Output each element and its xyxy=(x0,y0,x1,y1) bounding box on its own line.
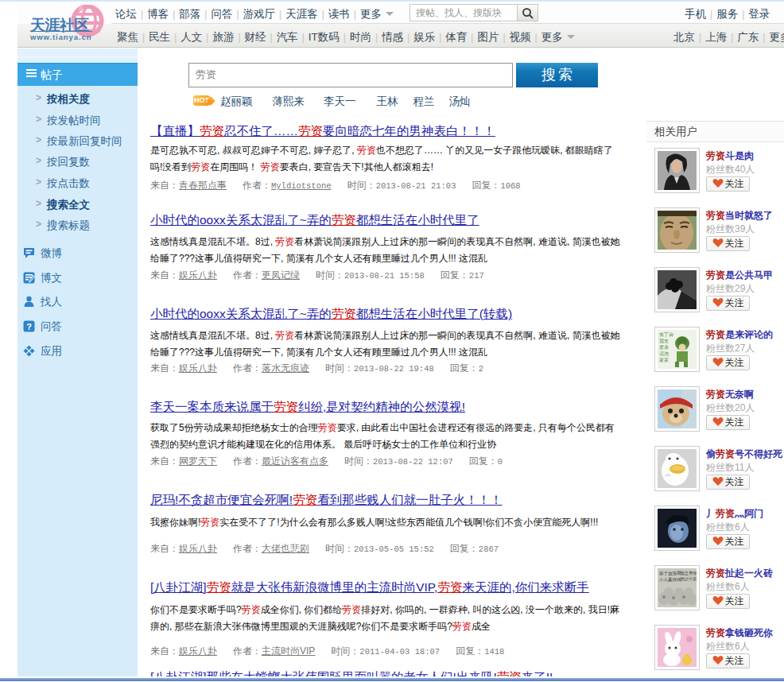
svg-text:孩子放荡家: 孩子放荡家 xyxy=(659,571,681,576)
svg-text:我是养殖: 我是养殖 xyxy=(680,571,697,576)
svg-text:虫丁诗: 虫丁诗 xyxy=(659,332,673,337)
svg-text:我丧: 我丧 xyxy=(659,338,669,344)
svg-text:发条: 发条 xyxy=(659,344,669,350)
svg-text:家茶: 家茶 xyxy=(659,357,669,362)
svg-text:小人赢得戏: 小人赢得戏 xyxy=(658,577,681,583)
svg-text:用沙兰前辈: 用沙兰前辈 xyxy=(680,576,697,582)
svg-text:话泡: 话泡 xyxy=(659,351,669,357)
svg-text:?: ? xyxy=(26,322,32,331)
